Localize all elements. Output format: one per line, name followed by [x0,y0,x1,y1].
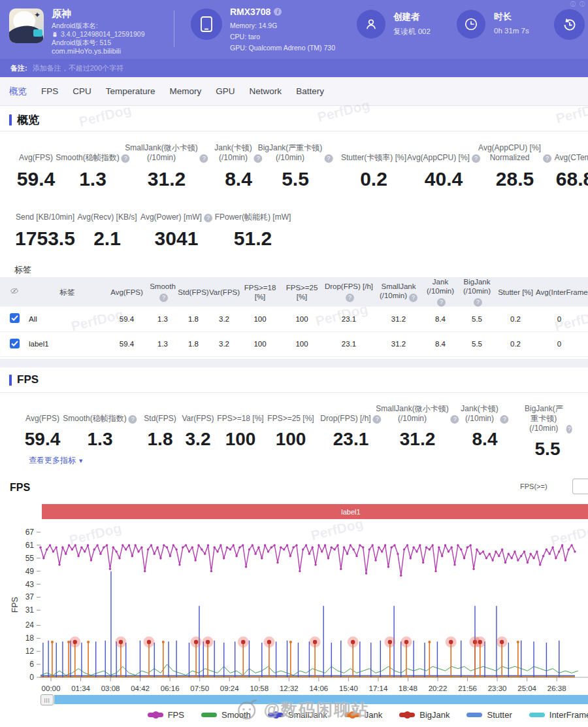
header-divider [174,10,174,47]
tab-gpu[interactable]: GPU [216,86,235,96]
cell-value: 31.2 [375,307,422,331]
metric-label: Stutter(卡顿率) [%] [341,143,406,163]
table-row[interactable]: All59.41.31.83.210010023.131.28.45.50.20 [0,307,588,331]
cell-value: 3.2 [209,307,239,331]
help-icon[interactable]: ? [500,415,509,424]
help-icon[interactable]: ? [437,298,446,307]
device-info-icon[interactable]: i [274,8,282,16]
duration-value: 0h 31m 7s [494,27,529,35]
metric-bigjank-: BigJank(严重卡顿) (/10min)?5.5 [258,143,333,190]
metric-fps-25-: FPS>=25 [%]100 [267,404,314,450]
help-icon[interactable]: ? [409,294,417,302]
help-icon[interactable]: ? [566,425,572,433]
metric-label: FPS>=18 [%] [217,404,263,424]
metric-fps-18-: FPS>=18 [%]100 [217,404,263,450]
legend-label: SmallJank [288,710,327,720]
help-icon[interactable]: ? [346,294,354,302]
chart-scrollbar[interactable] [54,695,588,704]
perfdog-report-page: ✦ 原神 Android版本名: 3.4.0_12498014_12591909… [0,0,588,727]
tab-fps[interactable]: FPS [41,86,58,96]
legend-item-bigjank[interactable]: BigJank [399,710,449,720]
note-input-placeholder[interactable]: 添加备注，不超过200个字符 [33,63,123,73]
fps-title-text: FPS [17,373,39,386]
metric-label: Drop(FPS) [/h]? [320,404,381,424]
more-metrics-link[interactable]: 查看更多指标 ▼ [29,455,84,466]
help-icon[interactable]: ? [451,415,459,424]
metric-label: SmallJank(微小卡顿) (/10min)? [125,143,208,163]
tab-temperature[interactable]: Temperature [106,86,155,96]
legend-label: Stutter [487,710,512,720]
legend-label: FPS [168,710,184,720]
legend-item-smooth[interactable]: Smooth [201,710,251,720]
tab-memory[interactable]: Memory [170,86,202,96]
column-header: Avg(InterFrame) [536,277,583,307]
metric-label: Send [KB/10min] [16,203,74,222]
row-checkbox[interactable] [10,313,20,323]
help-icon[interactable]: ? [543,154,551,163]
metric-value: 1753.5 [15,228,75,250]
android-version-name: 3.4.0_12498014_12591909 [61,30,144,39]
header: ✦ 原神 Android版本名: 3.4.0_12498014_12591909… [0,0,588,59]
tab-battery[interactable]: Battery [296,86,324,96]
chart-legend: FPSSmoothSmallJankJankBigJankStutterInte… [150,710,588,720]
note-bar[interactable]: 备注: 添加备注，不超过200个字符 [0,59,588,77]
metric-value: 23.1 [333,429,369,450]
cell-value: 100 [239,331,281,356]
metric-value: 100 [276,429,306,450]
tab-概览[interactable]: 概览 [9,86,27,97]
metric-avg-fps-: Avg(FPS)59.4 [25,404,61,450]
metric-value: 3041 [155,228,199,250]
column-header: Avg(FPS) [106,277,148,307]
help-icon[interactable]: ? [474,298,482,307]
svg-text:23:30: 23:30 [488,685,507,692]
cell-value: 0.2 [495,307,536,331]
svg-text:12:32: 12:32 [280,685,299,692]
fps-filter-input[interactable] [572,479,588,494]
tab-cpu[interactable]: CPU [73,86,91,96]
column-header: Std(FPS) [178,277,209,307]
metric-bigjank-: BigJank(严重卡顿) (/10min)?5.5 [523,404,572,460]
svg-text:24: 24 [25,620,35,630]
legend-item-smalljank[interactable]: SmallJank [268,710,327,720]
cell-value [583,307,588,331]
svg-text:0: 0 [29,673,34,682]
label1-banner: label1 [42,504,588,519]
metric-label: FPower(帧能耗) [mW] [215,203,291,222]
legend-item-interframe[interactable]: InterFrame [529,710,588,720]
star-decoration: ✦ [34,10,41,20]
metric-avg-ctemp: Avg(CTemp68.8 [555,143,588,190]
help-icon[interactable]: ? [129,415,137,424]
chart-scrollbar-grip[interactable]: ||| [41,694,54,705]
metric-label: SmallJank(微小卡顿) (/10min)? [376,404,459,424]
table-row[interactable]: label159.41.31.83.210010023.131.28.45.50… [0,331,588,356]
help-icon[interactable]: ? [324,154,333,163]
history-icon-circle[interactable] [554,9,585,40]
metric-drop-fps-h-: Drop(FPS) [/h]?23.1 [320,404,381,450]
svg-text:43: 43 [25,580,35,589]
legend-item-stutter[interactable]: Stutter [466,710,512,720]
android-version-code: Android版本号: 515 [52,39,144,47]
legend-item-fps[interactable]: FPS [148,710,184,720]
metric-label: BigJank(严重卡顿) (/10min)? [523,404,572,433]
svg-text:01:34: 01:34 [71,685,90,692]
row-checkbox[interactable] [10,339,20,348]
help-icon[interactable]: ? [204,214,212,222]
metric-label: Std(FPS) [144,404,176,424]
help-icon[interactable]: ? [159,294,168,302]
android-version-name-label: Android版本名: [52,22,144,30]
visibility-column-header[interactable] [0,277,29,307]
svg-text:18:48: 18:48 [399,685,417,692]
svg-text:61: 61 [25,541,35,550]
overview-metrics-row2: Send [KB/10min]1753.5Avg(Recv) [KB/s]2.1… [0,203,588,254]
help-icon[interactable]: ? [200,154,208,163]
legend-item-jank[interactable]: Jank [344,710,382,720]
metric-value: 8.4 [225,168,252,190]
cell-value: 3.2 [209,331,239,356]
tab-network[interactable]: Network [250,86,282,96]
cell-value [583,331,588,356]
legend-marker [399,713,415,717]
metric-stutter-: Stutter(卡顿率) [%]0.2 [341,143,406,190]
column-header: Stutter [%] [495,277,536,307]
metric-label: Avg(AppCPU) [%] Normalized? [478,143,551,163]
metric-label: Avg(FPS) [19,143,53,163]
